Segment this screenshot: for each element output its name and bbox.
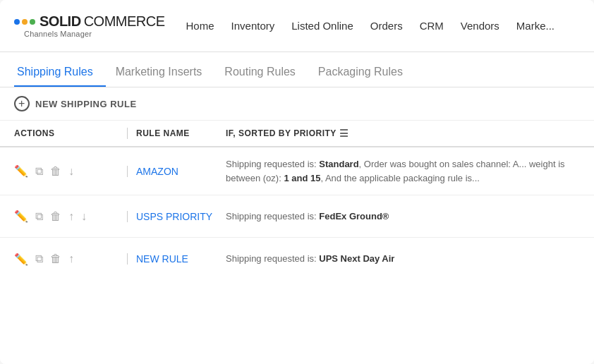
table-row: ✏️ ⧉ 🗑 ↑ NEW RULE Shipping requested is:…	[0, 238, 594, 280]
nav-crm[interactable]: CRM	[420, 17, 444, 35]
tab-shipping-rules[interactable]: Shipping Rules	[14, 57, 106, 87]
copy-icon-amazon[interactable]: ⧉	[35, 165, 43, 178]
rule-condition-newrule: Shipping requested is: UPS Next Day Air	[226, 252, 580, 266]
logo-subtitle: Channels Manager	[24, 30, 92, 38]
edit-icon-usps[interactable]: ✏️	[14, 210, 28, 223]
nav-listed-online[interactable]: Listed Online	[291, 17, 353, 35]
dot-green	[30, 19, 35, 25]
col-if-sorted: IF, SORTED BY PRIORITY ☰	[226, 128, 580, 139]
move-down-icon-usps[interactable]: ↓	[81, 210, 87, 223]
header: SOLID COMMERCE Channels Manager Home Inv…	[0, 0, 594, 52]
app-container: SOLID COMMERCE Channels Manager Home Inv…	[0, 0, 594, 364]
move-up-icon-newrule[interactable]: ↑	[68, 253, 74, 265]
copy-icon-usps[interactable]: ⧉	[35, 210, 43, 223]
logo-brand2: COMMERCE	[84, 13, 165, 30]
delete-icon-usps[interactable]: 🗑	[50, 210, 61, 223]
dot-blue	[14, 19, 20, 25]
rule-name-amazon[interactable]: AMAZON	[127, 166, 226, 177]
logo-dots	[14, 19, 35, 25]
nav-marketing[interactable]: Marke...	[516, 17, 554, 35]
new-shipping-rule-button[interactable]: + NEW SHIPPING RULE	[14, 96, 137, 111]
nav-vendors[interactable]: Vendors	[461, 17, 499, 35]
dot-orange	[22, 19, 28, 25]
actions-bar: + NEW SHIPPING RULE	[0, 87, 594, 121]
plus-circle-icon: +	[14, 96, 30, 111]
edit-icon-amazon[interactable]: ✏️	[14, 164, 28, 178]
col-actions: ACTIONS	[14, 128, 127, 139]
table-header: ACTIONS RULE NAME IF, SORTED BY PRIORITY…	[0, 121, 594, 147]
rule-name-newrule[interactable]: NEW RULE	[127, 253, 226, 265]
edit-icon-newrule[interactable]: ✏️	[14, 253, 28, 266]
table-row: ✏️ ⧉ 🗑 ↑ ↓ USPS PRIORITY Shipping reques…	[0, 195, 594, 238]
row-actions-newrule: ✏️ ⧉ 🗑 ↑	[14, 253, 127, 266]
nav-inventory[interactable]: Inventory	[231, 17, 275, 35]
logo: SOLID COMMERCE Channels Manager	[14, 13, 165, 38]
delete-icon-newrule[interactable]: 🗑	[50, 253, 61, 265]
logo-brand: SOLID	[40, 13, 81, 30]
sort-icon[interactable]: ☰	[339, 128, 349, 139]
tab-routing-rules[interactable]: Routing Rules	[222, 57, 308, 87]
rule-name-usps[interactable]: USPS PRIORITY	[127, 211, 226, 222]
table-container: ACTIONS RULE NAME IF, SORTED BY PRIORITY…	[0, 121, 594, 364]
row-actions-amazon: ✏️ ⧉ 🗑 ↓	[14, 164, 127, 178]
nav-home[interactable]: Home	[186, 17, 214, 35]
nav-orders[interactable]: Orders	[370, 17, 403, 35]
rule-condition-usps: Shipping requested is: FedEx Ground®	[226, 210, 580, 224]
table-row: ✏️ ⧉ 🗑 ↓ AMAZON Shipping requested is: S…	[0, 147, 594, 195]
tab-packaging-rules[interactable]: Packaging Rules	[315, 57, 416, 87]
rule-condition-amazon: Shipping requested is: Standard, Order w…	[226, 157, 580, 185]
row-actions-usps: ✏️ ⧉ 🗑 ↑ ↓	[14, 210, 127, 223]
col-rule-name: RULE NAME	[127, 128, 226, 139]
logo-main: SOLID COMMERCE	[14, 13, 165, 30]
copy-icon-newrule[interactable]: ⧉	[35, 253, 43, 265]
tabs-bar: Shipping Rules Marketing Inserts Routing…	[0, 52, 594, 87]
move-up-icon-usps[interactable]: ↑	[68, 210, 74, 223]
main-nav: Home Inventory Listed Online Orders CRM …	[186, 17, 580, 35]
move-down-icon-amazon[interactable]: ↓	[68, 165, 74, 178]
delete-icon-amazon[interactable]: 🗑	[50, 165, 61, 178]
new-rule-label: NEW SHIPPING RULE	[35, 99, 137, 109]
tab-marketing-inserts[interactable]: Marketing Inserts	[113, 57, 215, 87]
